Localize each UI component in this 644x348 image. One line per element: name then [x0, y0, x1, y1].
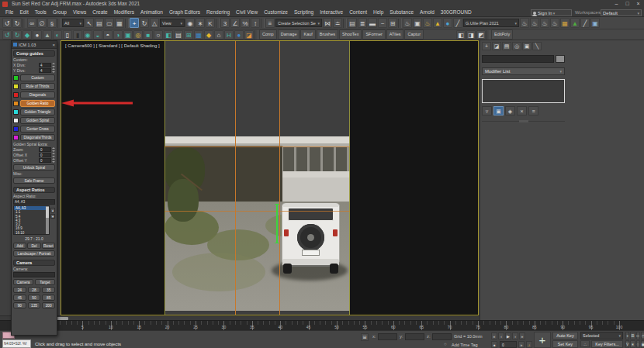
plugin-icon-01[interactable]: ↺	[2, 30, 12, 40]
unlink-selection-icon[interactable]: ∅	[37, 18, 47, 28]
configure-modifier-sets-button[interactable]: ≡	[528, 106, 538, 115]
render-setup-icon[interactable]: ♨	[403, 18, 412, 28]
aspect-move-up-button[interactable]: ▲	[50, 208, 55, 212]
redo-icon[interactable]: ↻	[12, 18, 22, 28]
selection-set-dropdown[interactable]: Selected ▾	[580, 332, 623, 339]
guide-button-golden-triangle[interactable]: Golden Triangle	[20, 109, 55, 115]
spinner-field-offset-x[interactable]: 0	[39, 153, 51, 157]
captur-button[interactable]: Captur	[404, 29, 424, 40]
x-coordinate-field[interactable]	[378, 333, 397, 340]
next-key-button[interactable]: »	[518, 341, 525, 348]
make-unique-button[interactable]: ◈	[505, 106, 515, 115]
plugin-icon-06[interactable]: ◐	[53, 30, 62, 40]
menu-create[interactable]: Create	[89, 9, 111, 16]
play-button[interactable]: ▶	[505, 332, 511, 339]
menu-modifiers[interactable]: Modifiers	[111, 9, 137, 16]
plugin-icon-15[interactable]: ■	[144, 30, 153, 40]
editpoly-button[interactable]: EditPoly	[491, 29, 513, 40]
guide-swatch-center-cross[interactable]	[13, 126, 19, 132]
zoom-all-icon[interactable]: ⊞	[630, 332, 635, 339]
focal-45mm-button[interactable]: 45	[13, 295, 26, 301]
selection-filter-dropdown[interactable]: All▾	[62, 19, 84, 27]
keyboard-override-icon[interactable]: K	[206, 18, 215, 28]
angle-snap-icon[interactable]: ∠	[230, 18, 240, 28]
warning-icon[interactable]: ▲	[433, 18, 442, 28]
modifier-stack[interactable]	[482, 79, 565, 103]
zoom-extents-all-icon[interactable]: ◇	[641, 332, 644, 339]
menu-tools[interactable]: Tools	[32, 9, 50, 16]
rectangular-selection-icon[interactable]: ▭	[105, 18, 114, 28]
icm-close-icon[interactable]: ×	[52, 43, 55, 47]
spinner-field-offset-y[interactable]: 0	[39, 158, 51, 163]
teapot-icon-3[interactable]: ♨	[540, 18, 549, 28]
menu-300ground[interactable]: 300GROUND	[438, 9, 475, 16]
aspect-scrollbar[interactable]	[46, 206, 49, 234]
guide-swatch-diagonals-thirds[interactable]	[13, 135, 19, 140]
menu-edit[interactable]: Edit	[16, 9, 31, 16]
guide-swatch-rule-of-thirds[interactable]	[13, 84, 19, 89]
edit-named-sets-icon[interactable]: ≡	[265, 18, 275, 28]
guide-swatch-golden-triangle[interactable]	[13, 109, 19, 115]
window-layout-icon-1[interactable]: ◧	[456, 30, 466, 40]
select-object-icon[interactable]: ↖	[85, 18, 94, 28]
tab-motion[interactable]: ◎	[512, 42, 521, 50]
menu-rendering[interactable]: Rendering	[203, 9, 233, 16]
render-production-icon[interactable]: ♨	[423, 18, 432, 28]
filters-icon-button[interactable]: ∴	[580, 340, 590, 347]
select-by-name-icon[interactable]: ▤	[95, 18, 104, 28]
close-button[interactable]: ×	[633, 0, 643, 8]
menu-views[interactable]: Views	[70, 9, 89, 16]
current-frame-field[interactable]: 0	[500, 341, 517, 348]
brushes-button[interactable]: Brushes	[317, 29, 338, 40]
plugin-icon-13[interactable]: ▣	[123, 30, 133, 40]
select-and-link-icon[interactable]: ∞	[27, 18, 36, 28]
rollout-comp-guides[interactable]: Comp guides	[13, 50, 55, 57]
plugin-icon-02[interactable]: ↻	[12, 30, 22, 40]
key-filters-button[interactable]: Key Filters...	[591, 340, 623, 348]
named-sets-dropdown[interactable]: Create Selection Se▾	[275, 19, 322, 27]
plugin-icon-12[interactable]: ◑	[113, 30, 123, 40]
aspect-ratio-list[interactable]: A4, A31:15:44:33:216:916:10	[13, 205, 50, 235]
arnold-icon[interactable]: ●	[443, 18, 452, 28]
target-pick-button[interactable]: Target	[35, 279, 55, 285]
selection-lock-toggle[interactable]: ⊞	[361, 333, 369, 341]
minimize-button[interactable]: –	[611, 0, 621, 8]
plugin-icon-11[interactable]: ◓	[103, 30, 113, 40]
annotate-icon[interactable]: ╱	[580, 18, 590, 28]
percent-snap-icon[interactable]: %	[241, 18, 250, 28]
previous-frame-button[interactable]: ‹	[498, 332, 504, 339]
state-sets-icon[interactable]: ▦	[560, 18, 570, 28]
guide-swatch-custom[interactable]	[13, 75, 19, 81]
guide-button-center-cross[interactable]: Center Cross	[20, 126, 55, 133]
menu-scripting[interactable]: Scripting	[291, 9, 317, 16]
viewport[interactable]: [ Camera600 ] [ Standard ] [ Default Sha…	[61, 40, 479, 315]
landscape-portrait-button[interactable]: Landscape / Portrait	[13, 250, 55, 257]
menu-group[interactable]: Group	[50, 9, 70, 16]
vegetation-icon[interactable]: ▲	[570, 18, 580, 28]
tab-modify[interactable]: ◪	[492, 42, 501, 50]
guide-swatch-golden-ratio[interactable]	[13, 101, 19, 106]
plugin-icon-24[interactable]: ●	[234, 30, 244, 40]
use-pivot-point-icon[interactable]: ◉	[185, 18, 195, 28]
z-coordinate-field[interactable]	[432, 333, 452, 340]
icm-title-bar[interactable]: ICM 1.03 ×	[12, 41, 57, 49]
plugin-icon-20[interactable]: ▦	[194, 30, 203, 40]
viewport-label[interactable]: [ Camera600 ] [ Standard ] [ Default Sha…	[65, 43, 160, 48]
pin-stack-button[interactable]: ▿	[482, 106, 492, 115]
sound-toggle-icon[interactable]: ♪	[526, 341, 532, 348]
select-and-rotate-icon[interactable]: ↻	[140, 18, 149, 28]
unlock-spiral-button[interactable]: Unlock Spiral	[13, 164, 55, 171]
focal-90mm-button[interactable]: 90	[13, 302, 26, 308]
window-layout-icon-2[interactable]: ◨	[466, 30, 476, 40]
menu-substance[interactable]: Substance	[386, 9, 417, 16]
plugin-icon-16[interactable]: ○	[154, 30, 163, 40]
spinner-field-y-divs[interactable]: 4	[39, 68, 51, 73]
guide-button-rule-of-thirds[interactable]: Rule of Thirds	[20, 83, 55, 90]
plugin-icon-07[interactable]: ▯	[63, 30, 72, 40]
guide-button-golden-ratio[interactable]: Golden Ratio	[20, 100, 55, 107]
aspect-option-16-10[interactable]: 16:10	[14, 231, 49, 235]
plugin-icon-09[interactable]: ◉	[83, 30, 92, 40]
menu-content[interactable]: Content	[346, 9, 370, 16]
layer-explorer-icon[interactable]: ≣	[358, 18, 367, 28]
modifier-list-dropdown[interactable]: Modifier List ▾	[482, 67, 565, 75]
